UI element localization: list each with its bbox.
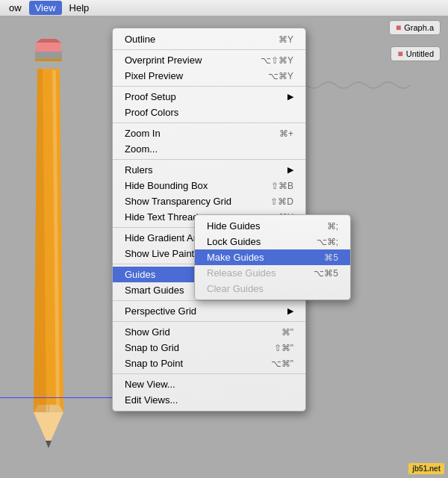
menu-separator-1 [113, 49, 305, 50]
rulers-arrow-icon: ▶ [287, 165, 293, 175]
panel-untitled[interactable]: ■ Untitled [391, 46, 441, 61]
menubar-item-view[interactable]: View [29, 1, 62, 15]
perspective-arrow-icon: ▶ [287, 306, 293, 316]
menu-item-show-transparency[interactable]: Show Transparency Grid ⇧⌘D [113, 193, 305, 209]
menubar-item-ow[interactable]: ow [3, 1, 28, 15]
svg-rect-5 [36, 43, 61, 52]
pencil-illustration [7, 31, 112, 478]
submenu-item-clear-guides: Clear Guides [195, 281, 350, 297]
menu-item-zoom-in[interactable]: Zoom In ⌘+ [113, 125, 305, 141]
menu-item-overprint[interactable]: Overprint Preview ⌥⇧⌘Y [113, 52, 305, 68]
svg-rect-9 [35, 59, 62, 61]
menu-separator-3 [113, 122, 305, 123]
pencil-svg [11, 39, 86, 457]
menubar-item-help[interactable]: Help [63, 1, 96, 15]
menu-item-snap-to-point[interactable]: Snap to Point ⌥⌘" [113, 356, 305, 371]
arrow-icon: ▶ [287, 92, 293, 102]
menu-separator-4 [113, 159, 305, 160]
menu-separator-9 [113, 373, 305, 374]
menu-item-show-grid[interactable]: Show Grid ⌘" [113, 324, 305, 340]
menu-item-outline[interactable]: Outline ⌘Y [113, 31, 305, 47]
submenu-item-hide-guides[interactable]: Hide Guides ⌘; [195, 218, 350, 234]
panel-graph[interactable]: ■ Graph.a [389, 20, 441, 35]
menu-item-perspective-grid[interactable]: Perspective Grid ▶ [113, 303, 305, 319]
submenu-item-release-guides: Release Guides ⌥⌘5 [195, 265, 350, 281]
menu-item-proof-colors[interactable]: Proof Colors [113, 105, 305, 120]
menu-item-edit-views[interactable]: Edit Views... [113, 392, 305, 408]
submenu-item-make-guides[interactable]: Make Guides ⌘5 [195, 249, 350, 265]
watermark: jb51.net [408, 463, 444, 474]
menu-separator-8 [113, 321, 305, 322]
menu-separator-7 [113, 300, 305, 301]
svg-marker-3 [46, 441, 52, 448]
menu-item-rulers[interactable]: Rulers ▶ [113, 162, 305, 178]
menubar: ow View Help [0, 0, 448, 16]
menu-item-hide-bounding[interactable]: Hide Bounding Box ⇧⌘B [113, 178, 305, 193]
menu-item-proof-setup[interactable]: Proof Setup ▶ [113, 89, 305, 105]
menu-item-new-view[interactable]: New View... [113, 376, 305, 392]
canvas-area: ■ Graph.a ■ Untitled Outline ⌘Y Overprin… [0, 16, 448, 478]
menu-item-snap-to-grid[interactable]: Snap to Grid ⇧⌘" [113, 340, 305, 356]
guides-submenu: Hide Guides ⌘; Lock Guides ⌥⌘; Make Guid… [194, 214, 351, 300]
menu-item-pixel[interactable]: Pixel Preview ⌥⌘Y [113, 68, 305, 84]
menu-separator-2 [113, 86, 305, 87]
menu-item-zoom[interactable]: Zoom... [113, 141, 305, 157]
svg-marker-6 [36, 39, 61, 43]
submenu-item-lock-guides[interactable]: Lock Guides ⌥⌘; [195, 234, 350, 249]
